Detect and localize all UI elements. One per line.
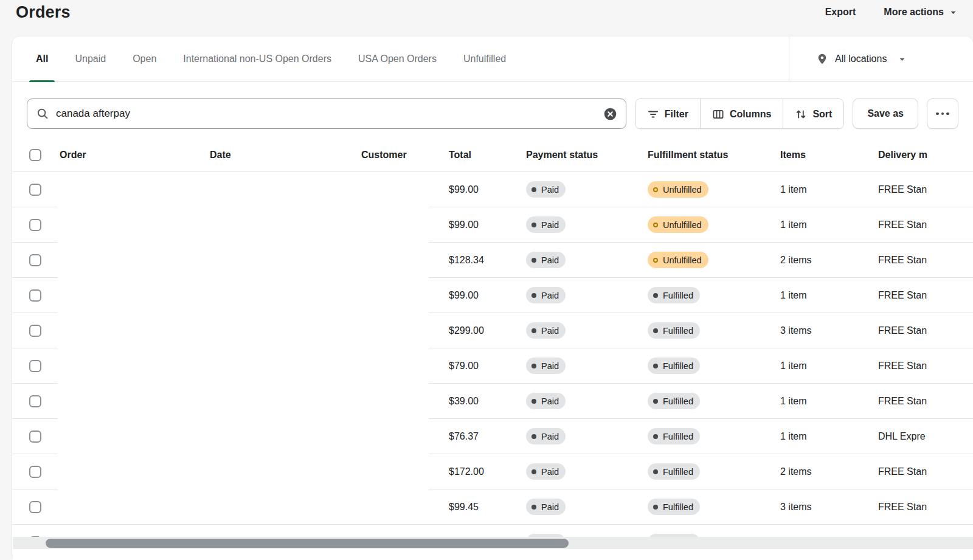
fulfillment-status-badge: Unfulfilled <box>648 181 708 198</box>
payment-status-label: Paid <box>541 361 559 371</box>
items-cell: 1 item <box>778 396 876 407</box>
sort-button[interactable]: Sort <box>783 99 843 129</box>
redacted-order-data-area <box>58 172 429 524</box>
save-as-button[interactable]: Save as <box>853 99 918 129</box>
column-header-fulfillment-status: Fulfillment status <box>646 150 778 161</box>
fulfillment-status-badge: Unfulfilled <box>648 216 708 233</box>
fulfillment-status-badge: Fulfilled <box>648 322 700 339</box>
tab-label: Unfulfilled <box>463 54 506 64</box>
status-dot-icon <box>653 293 658 298</box>
more-actions-label: More actions <box>884 7 944 18</box>
payment-status-label: Paid <box>541 502 559 512</box>
delivery-cell: FREE Stan <box>876 255 973 266</box>
delivery-cell: FREE Stan <box>876 184 973 195</box>
status-dot-icon <box>532 399 536 404</box>
columns-button-label: Columns <box>730 109 771 120</box>
total-cell: $99.00 <box>447 290 524 301</box>
payment-status-label: Paid <box>541 467 559 477</box>
status-dot-icon <box>653 434 658 439</box>
status-dot-icon <box>532 293 536 298</box>
payment-status-badge: Paid <box>526 393 566 409</box>
chevron-down-icon <box>949 9 957 16</box>
more-options-icon[interactable] <box>927 99 958 129</box>
filter-button[interactable]: Filter <box>635 99 700 129</box>
row-checkbox[interactable] <box>29 254 41 266</box>
items-cell: 1 item <box>778 220 876 230</box>
page-header: Orders Export More actions <box>0 0 973 24</box>
total-cell: $299.00 <box>447 325 524 336</box>
row-checkbox[interactable] <box>29 325 41 337</box>
tabs-row: All Unpaid Open International non-US Ope… <box>12 36 973 82</box>
row-checkbox[interactable] <box>29 360 41 372</box>
fulfillment-status-badge: Fulfilled <box>648 358 700 374</box>
delivery-cell: DHL Expre <box>876 431 973 442</box>
row-checkbox[interactable] <box>29 219 41 231</box>
delivery-cell: FREE Stan <box>876 220 973 230</box>
tab[interactable]: International non-US Open Orders <box>173 36 342 81</box>
row-checkbox[interactable] <box>29 289 41 302</box>
status-dot-icon <box>653 258 658 263</box>
location-selector[interactable]: All locations <box>789 36 973 81</box>
delivery-cell: FREE Stan <box>876 396 973 407</box>
column-header-customer: Customer <box>359 150 447 161</box>
payment-status-label: Paid <box>541 291 559 300</box>
select-all-checkbox[interactable] <box>29 149 41 161</box>
items-cell: 3 items <box>778 325 876 336</box>
horizontal-scrollbar-track[interactable] <box>13 537 973 549</box>
column-header-total: Total <box>447 150 524 161</box>
payment-status-label: Paid <box>541 185 559 195</box>
search-box <box>27 99 626 129</box>
orders-page: Orders Export More actions All Unpaid Op… <box>0 0 973 560</box>
row-checkbox[interactable] <box>29 184 41 196</box>
status-dot-icon <box>532 364 536 368</box>
fulfillment-status-label: Unfulfilled <box>663 185 702 195</box>
payment-status-label: Paid <box>541 396 559 406</box>
tab[interactable]: Unfulfilled <box>453 36 516 81</box>
sort-icon <box>795 108 807 120</box>
tab[interactable]: All <box>26 36 58 81</box>
search-icon <box>36 108 49 120</box>
total-cell: $128.34 <box>447 255 524 266</box>
payment-status-label: Paid <box>541 326 559 336</box>
payment-status-badge: Paid <box>526 181 566 198</box>
payment-status-badge: Paid <box>526 428 566 444</box>
fulfillment-status-label: Unfulfilled <box>663 255 702 265</box>
page-header-actions: Export More actions <box>825 7 957 18</box>
search-input[interactable] <box>56 108 597 120</box>
columns-button[interactable]: Columns <box>700 99 783 129</box>
row-checkbox[interactable] <box>29 395 41 407</box>
row-checkbox[interactable] <box>29 466 41 478</box>
fulfillment-status-badge: Fulfilled <box>648 463 700 480</box>
tab[interactable]: Unpaid <box>64 36 116 81</box>
export-button-label: Export <box>825 7 856 18</box>
fulfillment-status-badge: Fulfilled <box>648 287 700 303</box>
status-dot-icon <box>653 469 658 474</box>
payment-status-badge: Paid <box>526 358 566 374</box>
tab[interactable]: USA Open Orders <box>348 36 447 81</box>
items-cell: 2 items <box>778 466 876 477</box>
horizontal-scrollbar-thumb[interactable] <box>46 539 569 548</box>
controls-row: Filter Columns Sort Save as <box>12 82 973 138</box>
items-cell: 1 item <box>778 290 876 301</box>
tab[interactable]: Open <box>122 36 167 81</box>
export-button[interactable]: Export <box>825 7 856 18</box>
location-selector-label: All locations <box>835 54 887 64</box>
items-cell: 1 item <box>778 431 876 442</box>
sort-button-label: Sort <box>812 109 832 120</box>
row-checkbox[interactable] <box>29 501 41 513</box>
status-dot-icon <box>653 505 658 510</box>
column-header-payment-status: Payment status <box>524 150 646 161</box>
filter-icon <box>647 108 659 120</box>
clear-search-icon[interactable] <box>604 108 617 120</box>
status-dot-icon <box>532 434 536 439</box>
column-header-order: Order <box>58 150 208 161</box>
location-pin-icon <box>816 53 828 65</box>
more-actions-button[interactable]: More actions <box>884 7 957 18</box>
tabs: All Unpaid Open International non-US Ope… <box>12 36 789 81</box>
payment-status-label: Paid <box>541 220 559 230</box>
row-checkbox[interactable] <box>29 430 41 443</box>
fulfillment-status-badge: Unfulfilled <box>648 252 708 268</box>
status-dot-icon <box>653 399 658 404</box>
tab-label: Open <box>133 54 156 64</box>
save-as-button-label: Save as <box>867 108 904 119</box>
